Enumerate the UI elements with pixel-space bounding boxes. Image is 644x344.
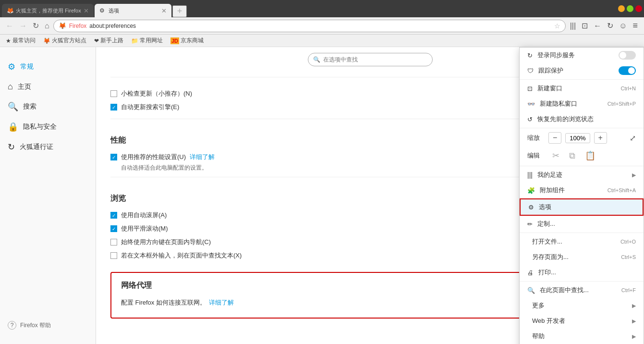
bookmarks-bar: ★ 最常访问 🦊 火狐官方站点 ❤ 新手上路 📁 常用网址 JD 京东商城	[0, 35, 644, 47]
tabs-view-button[interactable]: ⊡	[579, 20, 590, 32]
menu-item-history[interactable]: ||| 我的足迹 ▶	[520, 167, 644, 183]
bookmark-jd-label: 京东商城	[181, 37, 204, 45]
tab-title-1: 火狐主页，推荐使用 Firefox	[16, 7, 81, 14]
menu-item-new-window[interactable]: ⊡ 新建窗口 Ctrl+N	[520, 81, 644, 96]
account-button[interactable]: ☺	[617, 20, 629, 32]
nav-refresh-icon[interactable]: ↻	[605, 20, 616, 32]
search-input[interactable]	[323, 56, 427, 63]
menu-item-web-dev[interactable]: Web 开发者 ▶	[520, 313, 644, 329]
address-firefox-label: Firefox	[69, 23, 87, 29]
history-sidebar-button[interactable]: |||	[568, 20, 578, 32]
checkbox-browse-1[interactable]: ✓	[110, 212, 117, 219]
menu-item-help[interactable]: 帮助 ▶	[520, 329, 644, 344]
checkbox-browse-4[interactable]	[110, 252, 117, 259]
new-tab-button[interactable]: +	[172, 5, 187, 17]
options-icon: ⚙	[528, 204, 534, 211]
tab-inactive[interactable]: 🦊 火狐主页，推荐使用 Firefox ✕	[2, 4, 94, 17]
perf-label-1: 使用推荐的性能设置(U)	[121, 153, 186, 161]
browse-label-2: 使用平滑滚动(M)	[121, 224, 168, 233]
menu-addons-shortcut: Ctrl+Shift+A	[608, 187, 636, 193]
bookmark-firefox-icon: 🦊	[43, 37, 50, 44]
sidebar-label-search: 搜索	[23, 102, 36, 111]
perf-detail-link[interactable]: 详细了解	[190, 153, 215, 161]
sidebar-label-home: 主页	[18, 83, 31, 91]
gear-icon: ⚙	[8, 61, 15, 72]
sidebar-item-home[interactable]: ⌂ 主页	[0, 77, 96, 97]
cut-button[interactable]: ✂	[550, 149, 561, 162]
menu-save-page-shortcut: Ctrl+S	[621, 254, 636, 260]
nav-toolbar-right: ||| ⊡ ← ↻ ☺ ≡	[568, 19, 640, 32]
checkbox-browse-2[interactable]: ✓	[110, 225, 117, 232]
close-button[interactable]	[635, 5, 642, 12]
forward-button[interactable]: →	[17, 21, 29, 31]
menu-item-sync[interactable]: ↻ 登录同步服务	[520, 48, 644, 63]
home-button[interactable]: ⌂	[43, 21, 51, 31]
sync-menu-icon: ↻	[527, 52, 533, 59]
edit-label: 编辑	[527, 151, 545, 160]
menu-item-customize[interactable]: ✏ 定制...	[520, 216, 644, 232]
sidebar-label-general: 常规	[20, 62, 34, 71]
checkbox-browse-3[interactable]	[110, 239, 117, 246]
sidebar-item-sync[interactable]: ↻ 火狐通行证	[0, 137, 96, 157]
sidebar-help-label: Firefox 帮助	[20, 321, 51, 330]
menu-open-file-label: 打开文件...	[532, 237, 562, 246]
paste-button[interactable]: 📋	[583, 149, 597, 162]
lock-icon: 🔒	[8, 122, 18, 132]
zoom-in-button[interactable]: +	[594, 132, 607, 144]
checkbox-update-1[interactable]	[110, 90, 117, 97]
menu-item-options[interactable]: ⚙ 选项	[520, 198, 644, 216]
back-button[interactable]: ←	[4, 21, 15, 31]
nav-back-icon[interactable]: ←	[591, 20, 604, 32]
menu-item-addons[interactable]: 🧩 附加组件 Ctrl+Shift+A	[520, 183, 644, 198]
menu-item-more[interactable]: 更多 ▶	[520, 298, 644, 313]
bookmark-common-sites-label: 常用网址	[140, 37, 163, 45]
menu-button[interactable]: ≡	[630, 19, 640, 32]
menu-private-window-shortcut: Ctrl+Shift+P	[608, 101, 636, 107]
zoom-expand-icon[interactable]: ⤢	[630, 134, 636, 143]
menu-item-find[interactable]: 🔍 在此页面中查找... Ctrl+F	[520, 283, 644, 298]
maximize-button[interactable]	[627, 5, 633, 12]
menu-edit-row: 编辑 ✂ ⧉ 📋	[520, 147, 644, 165]
checkbox-perf-1[interactable]: ✓	[110, 154, 117, 160]
tab-bar: 🦊 火狐主页，推荐使用 Firefox ✕ ⚙ 选项 ✕ +	[0, 0, 618, 17]
search-bar[interactable]: 🔍	[308, 53, 433, 66]
tab-active[interactable]: ⚙ 选项 ✕	[95, 4, 171, 17]
zoom-out-button[interactable]: −	[548, 132, 561, 144]
reload-button[interactable]: ↻	[31, 20, 41, 31]
menu-print-label: 打印...	[538, 268, 556, 277]
address-bar[interactable]: 🦊 Firefox about:preferences ☆	[53, 20, 566, 32]
sidebar-item-search[interactable]: 🔍 搜索	[0, 97, 96, 117]
menu-restore-label: 恢复先前的浏览状态	[537, 115, 594, 123]
sidebar-help[interactable]: ? Firefox 帮助	[0, 316, 96, 334]
sidebar-item-general[interactable]: ⚙ 常规	[0, 57, 96, 77]
tab-close-2[interactable]: ✕	[161, 7, 167, 14]
menu-more-label: 更多	[532, 301, 545, 310]
bookmark-jd[interactable]: JD 京东商城	[169, 36, 206, 46]
tracking-toggle[interactable]	[619, 66, 636, 75]
print-icon: 🖨	[527, 269, 534, 276]
tab-close-1[interactable]: ✕	[84, 7, 89, 14]
bookmark-common-sites[interactable]: 📁 常用网址	[129, 36, 165, 46]
new-window-icon: ⊡	[527, 85, 533, 92]
sync-toggle[interactable]	[619, 51, 636, 60]
bookmark-firefox-site[interactable]: 🦊 火狐官方站点	[41, 36, 88, 46]
zoom-value: 100%	[565, 133, 590, 143]
sidebar-item-privacy[interactable]: 🔒 隐私与安全	[0, 117, 96, 137]
checkbox-update-2[interactable]: ✓	[110, 104, 117, 111]
menu-help-label: 帮助	[532, 332, 545, 341]
minimize-button[interactable]	[618, 5, 625, 12]
menu-item-save-page[interactable]: 另存页面为... Ctrl+S	[520, 249, 644, 265]
address-text: about:preferences	[89, 23, 551, 29]
network-detail-link[interactable]: 详细了解	[209, 298, 234, 307]
bookmark-most-visited[interactable]: ★ 最常访问	[4, 36, 37, 46]
bookmark-star-icon[interactable]: ☆	[554, 22, 560, 30]
menu-item-private-window[interactable]: 👓 新建隐私窗口 Ctrl+Shift+P	[520, 96, 644, 111]
menu-item-tracking[interactable]: 🛡 跟踪保护	[520, 63, 644, 78]
menu-item-open-file[interactable]: 打开文件... Ctrl+O	[520, 234, 644, 249]
update-label-1: 小检查更新（小推存）(N)	[121, 89, 192, 98]
menu-item-restore[interactable]: ↺ 恢复先前的浏览状态	[520, 111, 644, 127]
copy-button[interactable]: ⧉	[567, 150, 577, 162]
menu-item-print[interactable]: 🖨 打印...	[520, 265, 644, 280]
sidebar: ⚙ 常规 ⌂ 主页 🔍 搜索 🔒 隐私与安全 ↻ 火狐通行证 ? Firefox…	[0, 47, 96, 344]
bookmark-getting-started[interactable]: ❤ 新手上路	[92, 36, 125, 46]
